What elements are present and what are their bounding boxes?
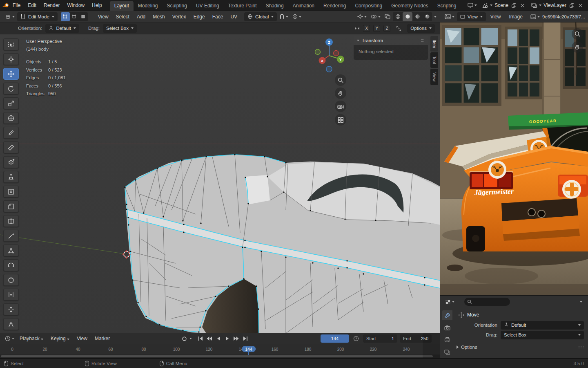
sidebar-tab-tool[interactable]: Tool xyxy=(430,52,438,67)
playhead-frame-badge[interactable]: 144 xyxy=(242,346,256,352)
menu-timeline-view[interactable]: View xyxy=(73,335,91,342)
pan-button[interactable] xyxy=(335,88,346,99)
previous-keyframe-button[interactable] xyxy=(205,335,213,342)
workspace-tab-compositing[interactable]: Compositing xyxy=(350,1,387,11)
gizmo-axis-neg-z[interactable] xyxy=(326,66,332,72)
current-frame-field[interactable]: 144 xyxy=(321,334,349,343)
proportional-editing-button[interactable] xyxy=(291,12,303,21)
menu-image-view[interactable]: View xyxy=(487,13,505,20)
jump-to-end-button[interactable] xyxy=(241,335,249,342)
playhead[interactable] xyxy=(248,352,249,355)
auto-keying-button[interactable] xyxy=(180,335,188,342)
image-pan-button[interactable] xyxy=(572,41,583,53)
menu-help[interactable]: Help xyxy=(88,2,106,9)
tool-knife[interactable] xyxy=(3,230,19,242)
menu-playback[interactable]: Playback xyxy=(16,335,47,342)
scrollbar-thumb[interactable] xyxy=(1,355,433,357)
menu-keying[interactable]: Keying xyxy=(47,335,73,342)
gizmo-axis-neg-y[interactable] xyxy=(315,49,321,55)
chevron-down-icon[interactable] xyxy=(189,338,192,339)
tool-spin[interactable] xyxy=(3,259,19,271)
workspace-tab-scripting[interactable]: Scripting xyxy=(433,1,461,11)
scene-selector[interactable]: Scene xyxy=(480,1,528,9)
menu-render[interactable]: Render xyxy=(40,2,63,9)
shading-wireframe-button[interactable] xyxy=(393,12,403,21)
chevron-down-icon[interactable] xyxy=(580,301,582,303)
workspace-tab-sculpting[interactable]: Sculpting xyxy=(163,1,192,11)
viewport-canvas[interactable] xyxy=(0,34,440,333)
tool-measure[interactable] xyxy=(3,141,19,153)
toggle-xray-button[interactable] xyxy=(383,12,392,21)
image-datablock[interactable] xyxy=(529,12,541,21)
display-settings-button[interactable] xyxy=(466,1,479,10)
timeline-scrollbar[interactable] xyxy=(0,355,440,358)
shading-solid-button[interactable] xyxy=(403,12,412,21)
play-button[interactable] xyxy=(223,335,231,342)
gizmo-axis-y[interactable]: Y xyxy=(337,56,344,63)
tool-rip-region[interactable] xyxy=(3,318,19,330)
menu-view[interactable]: View xyxy=(94,13,112,20)
mode-dropdown[interactable]: Edit Mode xyxy=(17,12,58,21)
tool-scale[interactable] xyxy=(3,97,19,109)
gizmo-axis-z[interactable]: Z xyxy=(325,38,333,46)
menu-image[interactable]: Image xyxy=(506,13,526,20)
workspace-tab-layout[interactable]: Layout xyxy=(110,1,134,11)
tool-loop-cut[interactable] xyxy=(3,215,19,227)
tab-view-layer[interactable] xyxy=(442,347,452,357)
menu-marker[interactable]: Marker xyxy=(91,335,114,342)
gizmo-axis-x[interactable]: X xyxy=(319,57,326,64)
properties-editor-type-button[interactable] xyxy=(443,297,456,306)
tool-move[interactable] xyxy=(3,68,19,80)
tool-transform[interactable] xyxy=(3,112,19,124)
image-name[interactable]: 9e696f4c20a733f7... xyxy=(542,14,585,19)
snap-toggle-button[interactable] xyxy=(278,12,290,21)
remove-viewlayer-button[interactable] xyxy=(577,2,584,9)
editor-type-button[interactable] xyxy=(3,12,16,21)
select-mode-edge-button[interactable] xyxy=(70,12,79,21)
image-editor-canvas[interactable]: GOODYEAR xyxy=(440,22,588,295)
workspace-tab-shading[interactable]: Shading xyxy=(261,1,288,11)
drag-dropdown[interactable]: Select Box xyxy=(501,331,584,339)
blender-logo[interactable] xyxy=(2,2,9,9)
shading-rendered-button[interactable] xyxy=(422,12,432,21)
menu-add[interactable]: Add xyxy=(133,13,149,20)
tool-cursor[interactable] xyxy=(3,53,19,65)
sidebar-tab-item[interactable]: Item xyxy=(430,36,438,52)
menu-mesh[interactable]: Mesh xyxy=(149,13,168,20)
tool-rotate[interactable] xyxy=(3,83,19,94)
grid-view-button[interactable] xyxy=(335,114,346,126)
transform-orientation-dropdown[interactable]: Global xyxy=(244,12,277,21)
tab-render[interactable] xyxy=(442,323,452,332)
viewlayer-selector[interactable]: ViewLayer xyxy=(529,1,586,9)
menu-vertex[interactable]: Vertex xyxy=(169,13,190,20)
tool-extrude-region[interactable] xyxy=(3,171,19,183)
start-frame-field[interactable]: Start 1 xyxy=(363,334,397,343)
shading-material-button[interactable] xyxy=(412,12,422,21)
workspace-tab-texture-paint[interactable]: Texture Paint xyxy=(224,1,261,11)
unlink-scene-button[interactable] xyxy=(519,2,526,9)
menu-file[interactable]: File xyxy=(9,2,24,9)
workspace-tab-modeling[interactable]: Modeling xyxy=(134,1,163,11)
new-viewlayer-button[interactable] xyxy=(568,2,575,9)
tool-edge-slide[interactable] xyxy=(3,289,19,301)
transform-panel-header[interactable]: Transform xyxy=(354,36,428,45)
options-panel-header[interactable]: Options xyxy=(455,342,584,352)
select-mode-face-button[interactable] xyxy=(79,12,88,21)
workspace-tab-uv-editing[interactable]: UV Editing xyxy=(192,1,224,11)
workspace-tab-rendering[interactable]: Rendering xyxy=(319,1,350,11)
viewport-3d[interactable]: User Perspective (144) body Objects1 / 5… xyxy=(0,34,440,333)
menu-edge[interactable]: Edge xyxy=(190,13,209,20)
tab-output[interactable] xyxy=(442,335,452,345)
playback-sync-button[interactable] xyxy=(352,334,361,343)
play-reverse-button[interactable] xyxy=(214,335,222,342)
menu-face[interactable]: Face xyxy=(209,13,227,20)
timeline-ruler[interactable]: 0 20 40 60 80 100 120 140 160 180 200 22… xyxy=(0,344,440,355)
search-input[interactable] xyxy=(464,298,510,306)
timeline-editor-type-button[interactable] xyxy=(3,334,16,343)
image-mode-dropdown[interactable]: View xyxy=(457,12,486,21)
tool-smooth[interactable] xyxy=(3,274,19,286)
tool-annotate[interactable] xyxy=(3,127,19,139)
jump-to-start-button[interactable] xyxy=(196,335,204,342)
tool-options-dropdown[interactable]: Options xyxy=(407,24,435,33)
zoom-button[interactable] xyxy=(335,74,346,86)
